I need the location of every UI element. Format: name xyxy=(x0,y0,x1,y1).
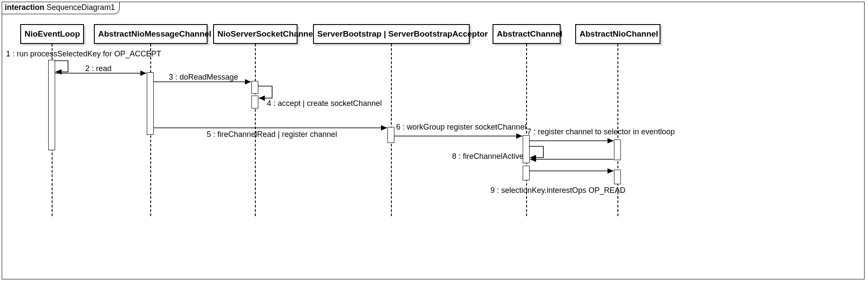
activation-p5-a xyxy=(523,135,530,163)
msg-1: 1 : run processSelectedKey for OP_ACCEPT xyxy=(6,50,161,59)
participant-p2: AbstractNioMessageChannel xyxy=(94,24,208,44)
activation-p3-b xyxy=(251,96,258,108)
participant-p5: AbstractChannel xyxy=(493,24,561,44)
msg-9: 9 : selectionKey.interestOps OP_READ xyxy=(490,186,626,195)
activation-p5-b xyxy=(523,166,530,180)
frame-keyword: interaction xyxy=(5,3,44,12)
msg-7: 7 : register channel to selector in even… xyxy=(527,127,675,136)
msg-5: 5 : fireChannelRead | register channel xyxy=(207,130,337,139)
msg-6: 6 : workGroup register socketChannel xyxy=(396,123,526,132)
activation-p3-a xyxy=(251,81,258,94)
frame-title-tab: interaction SequenceDiagram1 xyxy=(2,2,120,14)
msg-2: 2 : read xyxy=(85,64,112,73)
sequence-diagram: interaction SequenceDiagram1 NioEventLoo… xyxy=(0,0,868,291)
msg-3: 3 : doReadMessage xyxy=(169,73,238,82)
msg-8: 8 : fireChannelActive xyxy=(452,152,524,161)
activation-p4 xyxy=(388,127,394,143)
activation-p2 xyxy=(147,72,154,135)
frame-name: SequenceDiagram1 xyxy=(46,3,115,12)
participant-label: AbstractChannel xyxy=(497,29,562,38)
activation-p1 xyxy=(48,60,55,150)
msg-4: 4 : accept | create socketChannel xyxy=(267,99,382,108)
participant-label: AbstractNioMessageChannel xyxy=(98,29,211,38)
participant-label: NioEventLoop xyxy=(25,29,80,38)
participant-label: ServerBootstrap | ServerBootstrapAccepto… xyxy=(317,29,488,38)
participant-p3: NioServerSocketChannel xyxy=(213,24,298,44)
activation-p6-a xyxy=(614,139,621,160)
activation-p6-b xyxy=(614,170,621,184)
participant-label: AbstractNioChannel xyxy=(580,29,658,38)
participant-p4: ServerBootstrap | ServerBootstrapAccepto… xyxy=(313,24,470,44)
participant-p6: AbstractNioChannel xyxy=(575,24,660,44)
participant-p1: NioEventLoop xyxy=(20,24,84,44)
participant-label: NioServerSocketChannel xyxy=(217,29,315,38)
